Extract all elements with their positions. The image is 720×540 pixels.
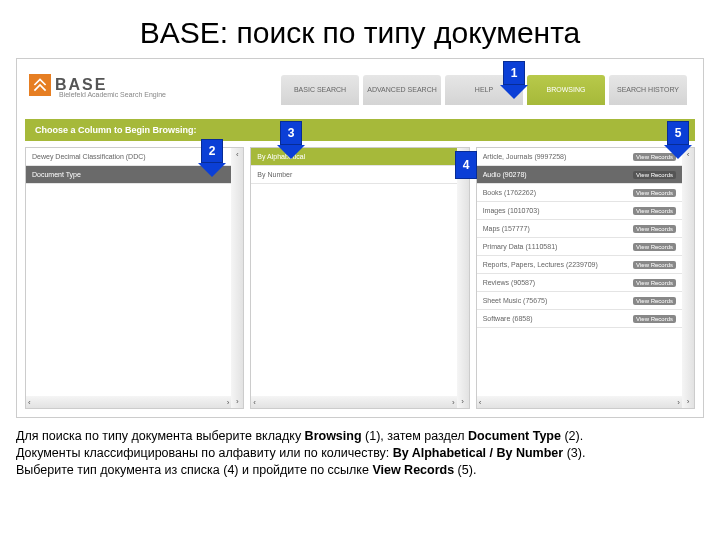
tab-strip: BASIC SEARCH ADVANCED SEARCH HELP BROWSI…	[281, 75, 687, 105]
panel-sort: By Alphabetical By Number ‹› ‹›	[250, 147, 469, 409]
callout-2: 2	[201, 139, 226, 177]
table-row[interactable]: Article, Journals (9997258)View Records	[477, 148, 682, 166]
panels: Dewey Decimal Classification (DDC) Docum…	[25, 147, 695, 409]
table-row[interactable]: Software (6858)View Records	[477, 310, 682, 328]
list-item[interactable]: By Number	[251, 166, 456, 184]
view-records-button[interactable]: View Records	[633, 261, 676, 269]
tab-search-history[interactable]: SEARCH HISTORY	[609, 75, 687, 105]
table-row[interactable]: Sheet Music (75675)View Records	[477, 292, 682, 310]
panel-column: Dewey Decimal Classification (DDC) Docum…	[25, 147, 244, 409]
view-records-button[interactable]: View Records	[633, 315, 676, 323]
choose-column-bar: Choose a Column to Begin Browsing:	[25, 119, 695, 141]
callout-5: 5	[667, 121, 692, 159]
view-records-button[interactable]: View Records	[633, 225, 676, 233]
table-row[interactable]: Images (1010703)View Records	[477, 202, 682, 220]
view-records-button[interactable]: View Records	[633, 243, 676, 251]
view-records-button[interactable]: View Records	[633, 207, 676, 215]
scrollbar-horizontal[interactable]: ‹›	[26, 396, 231, 408]
view-records-button[interactable]: View Records	[633, 171, 676, 179]
scrollbar-horizontal[interactable]: ‹›	[251, 396, 456, 408]
table-row[interactable]: Maps (157777)View Records	[477, 220, 682, 238]
table-row[interactable]: Primary Data (1110581)View Records	[477, 238, 682, 256]
callout-3: 3	[280, 121, 305, 159]
panel-results: Article, Journals (9997258)View Records …	[476, 147, 695, 409]
caption: Для поиска по типу документа выберите вк…	[16, 428, 704, 479]
scrollbar-vertical[interactable]: ‹›	[231, 148, 243, 408]
scrollbar-vertical[interactable]: ‹›	[682, 148, 694, 408]
screenshot-frame: BASE Bielefeld Academic Search Engine BA…	[16, 58, 704, 418]
table-row[interactable]: Reports, Papers, Lectures (2239709)View …	[477, 256, 682, 274]
callout-4: 4	[455, 151, 477, 179]
table-row[interactable]: Books (1762262)View Records	[477, 184, 682, 202]
tab-browsing[interactable]: BROWSING	[527, 75, 605, 105]
scrollbar-vertical[interactable]: ‹›	[457, 148, 469, 408]
tab-advanced-search[interactable]: ADVANCED SEARCH	[363, 75, 441, 105]
callout-1: 1	[503, 61, 528, 99]
view-records-button[interactable]: View Records	[633, 279, 676, 287]
logo-subtitle: Bielefeld Academic Search Engine	[59, 91, 166, 98]
table-row[interactable]: Audio (90278)View Records	[477, 166, 682, 184]
table-row[interactable]: Reviews (90587)View Records	[477, 274, 682, 292]
logo-icon	[29, 74, 51, 96]
view-records-button[interactable]: View Records	[633, 189, 676, 197]
tab-basic-search[interactable]: BASIC SEARCH	[281, 75, 359, 105]
scrollbar-horizontal[interactable]: ‹›	[477, 396, 682, 408]
view-records-button[interactable]: View Records	[633, 297, 676, 305]
slide-title: BASE: поиск по типу документа	[0, 0, 720, 58]
